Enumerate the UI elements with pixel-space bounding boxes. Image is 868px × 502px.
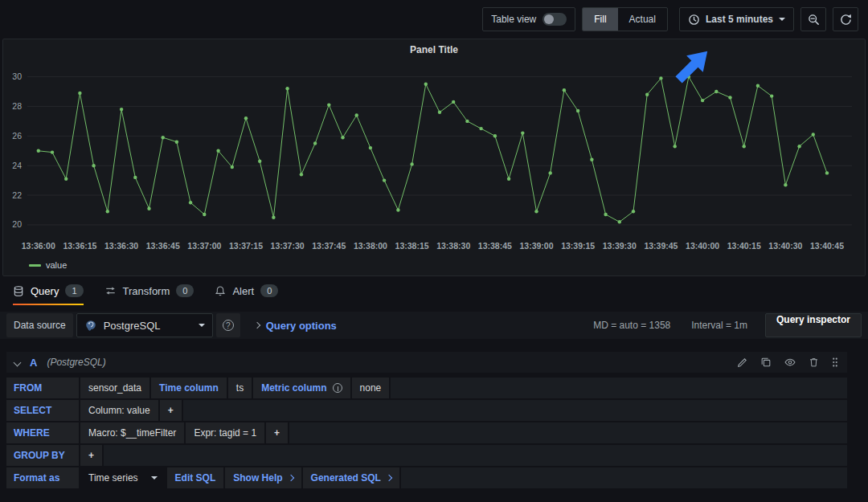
collapse-chevron-icon[interactable]: [14, 358, 22, 366]
zoom-out-button[interactable]: [800, 7, 826, 31]
svg-text:13:37:30: 13:37:30: [271, 241, 305, 251]
show-help-text: Show Help: [233, 472, 282, 484]
svg-text:13:39:30: 13:39:30: [603, 241, 637, 251]
clock-icon: [688, 14, 700, 26]
format-row: Format as Time series Edit SQL Show Help…: [6, 467, 847, 488]
time-range-picker[interactable]: Last 5 minutes: [679, 7, 794, 31]
legend-series-label[interactable]: value: [46, 260, 67, 270]
edit-sql-button[interactable]: Edit SQL: [167, 467, 224, 488]
where-macro-segment[interactable]: Macro: $__timeFilter: [80, 422, 184, 443]
database-icon: [13, 285, 24, 297]
svg-text:13:38:45: 13:38:45: [478, 241, 512, 251]
chart-legend: value: [3, 259, 865, 270]
tab-transform[interactable]: Transform 0: [104, 284, 194, 305]
tab-transform-label: Transform: [123, 285, 170, 297]
metric-column-label-segment[interactable]: Metric column: [253, 378, 350, 398]
svg-text:13:38:15: 13:38:15: [395, 241, 429, 251]
svg-text:13:40:45: 13:40:45: [810, 241, 844, 251]
legend-series-swatch: [29, 264, 41, 267]
table-view-label: Table view: [491, 14, 536, 25]
from-row: FROM sensor_data Time column ts Metric c…: [6, 378, 847, 398]
info-circle-icon: [333, 383, 342, 393]
eye-icon[interactable]: [784, 357, 796, 368]
metric-column-text: Metric column: [261, 382, 326, 394]
row-filler: [289, 422, 847, 443]
interval-info: Interval = 1m: [691, 320, 747, 331]
svg-text:13:36:00: 13:36:00: [22, 241, 55, 251]
fill-button[interactable]: Fill: [583, 8, 617, 31]
query-row-header: A (PostgreSQL): [6, 352, 847, 373]
query-options-summary: MD = auto = 1358 Interval = 1m: [593, 320, 747, 331]
generated-sql-button[interactable]: Generated SQL: [303, 467, 399, 488]
tab-alert-count: 0: [260, 284, 278, 297]
tab-alert-label: Alert: [232, 285, 254, 297]
max-datapoints-info: MD = auto = 1358: [593, 320, 670, 331]
refresh-button[interactable]: [833, 7, 858, 31]
chevron-right-icon: [287, 475, 293, 481]
time-column-label-segment[interactable]: Time column: [151, 378, 227, 398]
duplicate-icon[interactable]: [760, 357, 772, 368]
transform-icon: [104, 285, 117, 296]
datasource-picker[interactable]: PostgreSQL: [76, 313, 213, 337]
grafana-panel-editor: { "topbar": { "table_view_label": "Table…: [0, 0, 868, 502]
tab-query[interactable]: Query 1: [13, 284, 84, 305]
table-view-control: Table view: [482, 7, 575, 31]
query-options-label: Query options: [266, 320, 337, 332]
svg-text:20: 20: [12, 219, 22, 229]
query-inspector-button[interactable]: Query inspector: [765, 313, 862, 337]
trash-icon[interactable]: [809, 357, 819, 368]
svg-text:13:39:45: 13:39:45: [644, 241, 678, 251]
toggle-knob: [544, 14, 554, 24]
svg-text:13:38:30: 13:38:30: [436, 241, 470, 251]
datasource-help-button[interactable]: ?: [216, 313, 240, 337]
query-options-toggle[interactable]: Query options: [255, 320, 337, 332]
time-column-value-segment[interactable]: ts: [228, 378, 252, 398]
datasource-label: Data source: [6, 313, 73, 337]
tab-alert[interactable]: Alert 0: [215, 284, 278, 305]
row-filler: [401, 467, 847, 488]
drag-handle-icon[interactable]: [831, 357, 839, 368]
query-datasource-hint: (PostgreSQL): [47, 357, 105, 368]
svg-text:13:37:15: 13:37:15: [229, 241, 263, 251]
where-expr-segment[interactable]: Expr: tagid = 1: [186, 422, 264, 443]
format-as-value: Time series: [88, 472, 138, 484]
svg-text:13:38:00: 13:38:00: [354, 241, 387, 251]
row-filler: [391, 378, 847, 398]
svg-text:13:36:30: 13:36:30: [104, 241, 138, 251]
top-toolbar: Table view Fill Actual Last 5 minutes: [0, 0, 868, 39]
panel-title: Panel Title: [3, 39, 865, 57]
svg-text:30: 30: [12, 71, 22, 81]
question-circle-icon: ?: [223, 320, 234, 331]
groupby-label: GROUP BY: [6, 445, 79, 466]
svg-text:13:39:15: 13:39:15: [561, 241, 595, 251]
generated-sql-text: Generated SQL: [311, 472, 381, 484]
format-as-select[interactable]: Time series: [80, 467, 166, 488]
chevron-down-icon: [199, 324, 205, 327]
where-add-button[interactable]: +: [266, 422, 288, 443]
fit-mode-group: Fill Actual: [582, 7, 668, 31]
svg-text:13:39:00: 13:39:00: [519, 241, 553, 251]
where-row: WHERE Macro: $__timeFilter Expr: tagid =…: [6, 422, 847, 443]
select-add-button[interactable]: +: [160, 400, 182, 421]
chevron-right-icon: [253, 322, 260, 329]
time-range-label: Last 5 minutes: [706, 14, 773, 25]
refresh-icon: [840, 14, 852, 26]
select-label: SELECT: [6, 400, 79, 421]
tab-transform-count: 0: [176, 284, 194, 297]
groupby-row: GROUP BY +: [6, 445, 847, 466]
actual-button[interactable]: Actual: [618, 8, 667, 31]
from-table-segment[interactable]: sensor_data: [80, 378, 149, 398]
edit-pencil-icon[interactable]: [737, 357, 748, 368]
svg-text:26: 26: [12, 131, 22, 141]
svg-text:24: 24: [12, 161, 22, 170]
query-header-actions: [737, 357, 839, 368]
svg-text:13:36:45: 13:36:45: [146, 241, 180, 251]
metric-column-value-segment[interactable]: none: [352, 378, 390, 398]
show-help-button[interactable]: Show Help: [225, 467, 301, 488]
table-view-toggle[interactable]: [542, 13, 567, 26]
query-ref-id: A: [30, 357, 37, 369]
query-editor: A (PostgreSQL) FROM: [6, 352, 847, 488]
groupby-add-button[interactable]: +: [80, 445, 102, 466]
select-column-segment[interactable]: Column: value: [80, 400, 158, 421]
from-label: FROM: [6, 378, 79, 398]
